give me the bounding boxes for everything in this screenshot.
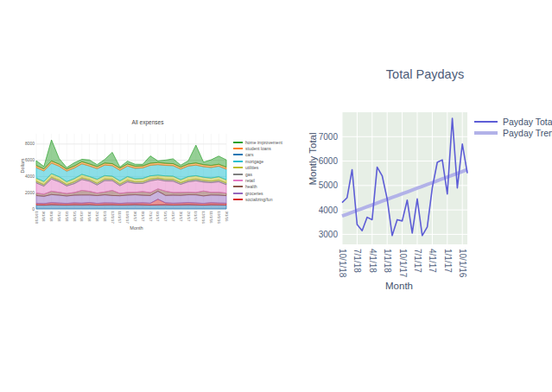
legend-label: mortgage [245, 159, 263, 164]
page-canvas: All expenses Dollars 0200040006000800010… [0, 0, 552, 392]
legend-item-mortgage[interactable]: mortgage [233, 158, 282, 164]
expenses-x-axis-title: Month [41, 225, 232, 231]
legend-swatch-mortgage [233, 161, 243, 162]
legend-label: utilities [245, 165, 258, 170]
svg-text:9/1/16: 9/1/16 [225, 212, 229, 223]
legend-item-socializing-fun[interactable]: socializing/fun [233, 197, 282, 203]
paydays-legend: Payday TotalsPayday Trend [474, 116, 552, 139]
svg-text:4/1/17: 4/1/17 [428, 249, 437, 273]
legend-label: cars [245, 152, 253, 157]
legend-label: socializing/fun [245, 197, 272, 202]
svg-text:4000: 4000 [25, 174, 35, 179]
paydays-x-tick-labels: 10/1/187/1/184/1/181/1/1810/1/177/1/174/… [338, 249, 467, 278]
svg-text:7/1/18: 7/1/18 [57, 212, 61, 223]
area-cars[interactable] [36, 205, 226, 209]
expenses-chart-title: All expenses [53, 119, 243, 125]
legend-label: Payday Totals [503, 117, 552, 127]
legend-swatch-student-loans [233, 148, 243, 149]
legend-label: groceries [245, 191, 263, 196]
svg-text:4/1/18: 4/1/18 [79, 212, 84, 223]
legend-swatch-cars [233, 154, 243, 155]
legend-item-cars[interactable]: cars [233, 152, 282, 158]
svg-text:12/1/17: 12/1/17 [111, 212, 115, 224]
svg-text:7/1/18: 7/1/18 [352, 249, 362, 273]
legend-item-student-loans[interactable]: student loans [233, 145, 282, 151]
legend-item-home-improvement[interactable]: home improvement [233, 139, 282, 145]
legend-swatch-retail [233, 180, 243, 181]
legend-label: home improvement [245, 140, 282, 145]
svg-text:8/1/18: 8/1/18 [49, 212, 54, 223]
paydays-chart-title: Total Paydays [339, 67, 511, 81]
svg-text:3/1/17: 3/1/17 [179, 212, 183, 223]
legend-item-payday-totals[interactable]: Payday Totals [474, 116, 552, 128]
legend-swatch-health [233, 186, 243, 187]
svg-text:4/1/18: 4/1/18 [368, 249, 378, 273]
svg-text:11/1/17: 11/1/17 [117, 212, 122, 224]
svg-text:7/1/17: 7/1/17 [149, 212, 153, 223]
svg-text:6/1/17: 6/1/17 [155, 212, 160, 223]
svg-text:2/1/18: 2/1/18 [95, 212, 99, 223]
legend-item-payday-trend[interactable]: Payday Trend [474, 128, 552, 140]
svg-text:2000: 2000 [25, 190, 35, 195]
svg-text:10/1/16: 10/1/16 [217, 212, 221, 224]
svg-text:7000: 7000 [319, 132, 339, 142]
legend-swatch-utilities [233, 167, 243, 168]
legend-label: health [245, 184, 257, 189]
legend-item-health[interactable]: health [233, 184, 282, 190]
svg-text:9/1/18: 9/1/18 [41, 212, 46, 223]
legend-label: retail [245, 178, 255, 183]
svg-text:8/1/17: 8/1/17 [141, 212, 145, 223]
legend-swatch-home-improvement [233, 142, 243, 143]
svg-text:6000: 6000 [25, 157, 35, 162]
svg-text:9/1/17: 9/1/17 [133, 212, 137, 223]
paydays-x-axis-title: Month [339, 281, 460, 291]
legend-swatch-groceries [233, 193, 243, 194]
legend-swatch-gas [233, 174, 243, 175]
legend-label: Payday Trend [503, 128, 552, 138]
svg-text:4/1/17: 4/1/17 [171, 212, 175, 223]
legend-swatch-payday-trend [474, 131, 498, 135]
svg-text:3000: 3000 [319, 230, 339, 239]
expenses-x-tick-labels: 10/1/189/1/188/1/187/1/186/1/185/1/184/1… [35, 212, 229, 224]
svg-text:5/1/18: 5/1/18 [73, 212, 77, 223]
svg-text:1/1/18: 1/1/18 [103, 212, 107, 223]
paydays-y-tick-labels: 30004000500060007000 [319, 132, 339, 239]
svg-text:6/1/18: 6/1/18 [65, 212, 69, 223]
svg-text:5/1/17: 5/1/17 [163, 212, 168, 223]
svg-text:10/1/17: 10/1/17 [398, 249, 408, 278]
legend-swatch-payday-totals [474, 121, 498, 123]
svg-text:11/1/16: 11/1/16 [209, 212, 213, 224]
expenses-y-tick-labels: 02000400060008000 [25, 141, 35, 211]
svg-text:1/1/17: 1/1/17 [443, 249, 453, 273]
svg-text:1/1/18: 1/1/18 [383, 249, 392, 273]
svg-text:4000: 4000 [319, 205, 339, 215]
svg-text:5000: 5000 [319, 180, 339, 190]
legend-label: student loans [245, 146, 271, 151]
svg-text:7/1/17: 7/1/17 [413, 249, 422, 273]
svg-text:8000: 8000 [25, 141, 35, 146]
legend-item-groceries[interactable]: groceries [233, 190, 282, 196]
expenses-legend: home improvementstudent loanscarsmortgag… [233, 139, 282, 203]
legend-item-gas[interactable]: gas [233, 171, 282, 177]
legend-item-retail[interactable]: retail [233, 177, 282, 183]
svg-text:12/1/16: 12/1/16 [201, 212, 206, 224]
svg-text:1/1/17: 1/1/17 [194, 212, 198, 223]
svg-text:10/1/18: 10/1/18 [338, 249, 347, 278]
svg-text:2/1/17: 2/1/17 [187, 212, 191, 223]
legend-label: gas [245, 172, 252, 177]
svg-text:10/1/18: 10/1/18 [35, 212, 39, 224]
svg-text:10/1/16: 10/1/16 [458, 249, 467, 278]
svg-text:6000: 6000 [319, 156, 339, 166]
legend-item-utilities[interactable]: utilities [233, 165, 282, 171]
legend-swatch-socializing-fun [233, 199, 243, 200]
svg-text:10/1/17: 10/1/17 [125, 212, 130, 224]
svg-text:3/1/18: 3/1/18 [87, 212, 92, 223]
